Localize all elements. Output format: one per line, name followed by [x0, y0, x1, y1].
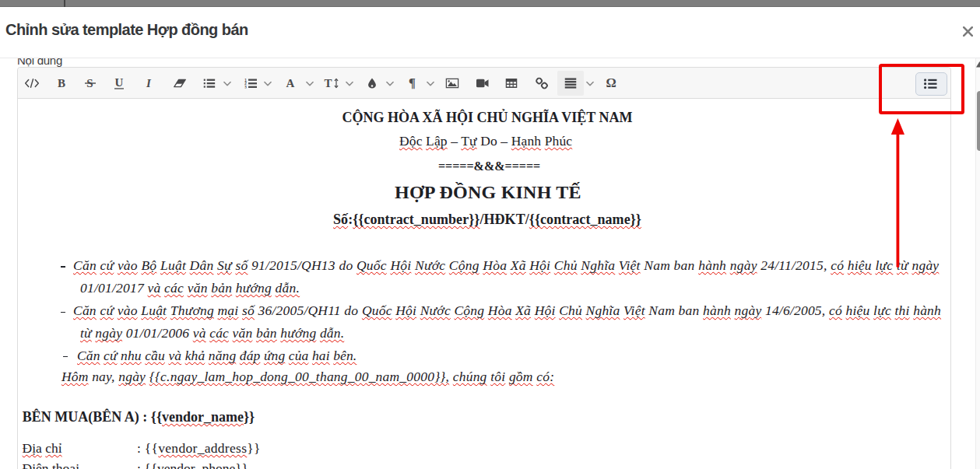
- svg-text:3: 3: [244, 86, 247, 89]
